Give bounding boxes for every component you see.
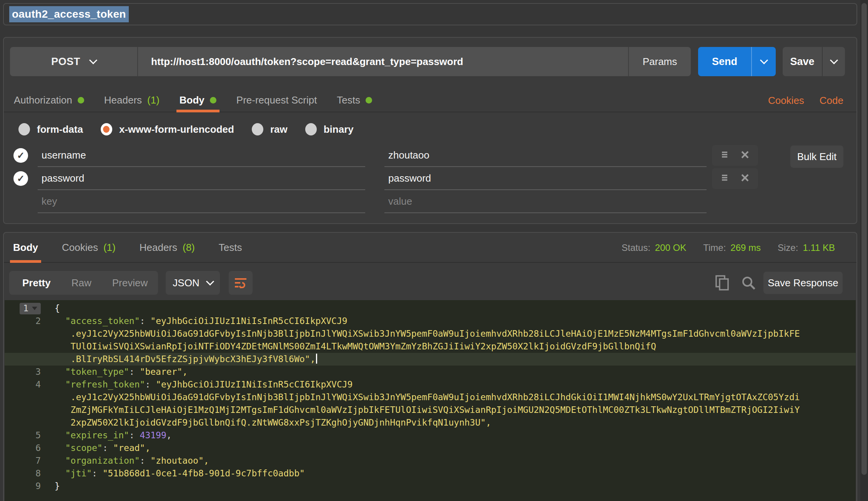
code-link[interactable]: Code (820, 95, 843, 107)
response-body-code[interactable]: 1{2 "access_token": "eyJhbGciOiJIUzI1NiI… (5, 300, 856, 501)
response-tab-headers[interactable]: Headers(8) (140, 233, 195, 262)
body-mode-raw[interactable]: raw (252, 123, 288, 135)
code-line-text: "organization": "zhoutaoo", (55, 454, 209, 467)
view-tab-pretty[interactable]: Pretty (22, 277, 51, 289)
meta-value: 1.11 KB (803, 242, 835, 253)
kv-key-input[interactable]: password (38, 167, 365, 190)
body-mode-label: binary (324, 124, 354, 135)
kv-check-cell: ✓ (4, 148, 38, 163)
body-mode-form-data[interactable]: form-data (18, 123, 83, 135)
code-line: 4 "refresh_token": "eyJhbGciOiJIUzI1NiIs… (5, 378, 856, 391)
line-number (5, 391, 55, 404)
code-line: .eyJ1c2VyX25hbWUiOiJ6aG91dGFvbyIsInNjb3B… (5, 327, 856, 340)
code-line-text: ZmZjMGFkYmIiLCJleHAiOjE1MzQ1MjI2MTgsImF1… (55, 404, 800, 416)
tab-label: Authorization (14, 94, 72, 106)
send-button[interactable]: Send (698, 47, 776, 76)
search-icon[interactable] (740, 275, 757, 291)
fold-marker[interactable]: 1 (20, 303, 41, 314)
tab-count-badge: (1) (103, 242, 116, 254)
wrap-text-button[interactable] (229, 271, 253, 295)
delete-row-icon[interactable] (740, 173, 750, 184)
tab-authorization[interactable]: Authorization (14, 89, 84, 112)
wrap-text-icon (234, 276, 248, 290)
code-line-text: "scope": "read", (55, 442, 150, 454)
copy-icon[interactable] (715, 275, 730, 291)
tab-pre-request-script[interactable]: Pre-request Script (236, 89, 317, 112)
drag-handle-icon[interactable] (720, 150, 731, 161)
response-tab-tests[interactable]: Tests (219, 233, 242, 262)
cookies-link[interactable]: Cookies (768, 95, 804, 107)
body-mode-binary[interactable]: binary (305, 123, 354, 135)
kv-key-input[interactable]: key (38, 190, 365, 213)
code-line-text: "jti": "51b868d1-0ce1-4fb8-901d-9c7bffc0… (55, 467, 305, 480)
url-value: http://host1:8000/oauth/token?scope=read… (151, 56, 463, 68)
method-dropdown[interactable]: POST (10, 47, 138, 76)
request-corner-links: Cookies Code (768, 89, 843, 112)
tab-label: Pre-request Script (236, 94, 317, 106)
line-number (5, 327, 55, 340)
chevron-down-icon (89, 56, 97, 64)
green-dot-icon (210, 97, 216, 104)
radio-icon (252, 123, 263, 135)
green-dot-icon (366, 97, 372, 104)
request-tab-title[interactable]: oauth2_access_token (9, 6, 129, 22)
line-number: 6 (5, 442, 55, 454)
tab-label: Body (180, 94, 205, 106)
checkbox-checked-icon[interactable]: ✓ (13, 148, 28, 163)
tab-count-badge: (1) (147, 94, 160, 106)
line-number: 5 (5, 429, 55, 442)
code-line-text: .eyJ1c2VyX25hbWUiOiJ6aG91dGFvbyIsInNjb3B… (55, 327, 800, 340)
params-button[interactable]: Params (628, 47, 691, 76)
meta-time: Time:269 ms (703, 242, 761, 253)
line-number: 2 (5, 315, 55, 327)
meta-size: Size:1.11 KB (778, 242, 835, 253)
meta-label: Time: (703, 242, 726, 253)
code-line: 8 "jti": "51b868d1-0ce1-4fb8-901d-9c7bff… (5, 467, 856, 480)
body-mode-radios: form-datax-www-form-urlencodedrawbinary (18, 119, 354, 140)
green-dot-icon (78, 97, 84, 104)
chevron-down-icon (760, 56, 768, 64)
code-line: 7 "organization": "zhoutaoo", (5, 454, 856, 467)
body-mode-label: raw (270, 124, 288, 135)
tab-label: Headers (104, 94, 142, 106)
scrollbar-thumb[interactable] (861, 3, 867, 475)
code-line-text: 2xpZW50X2lkIjoidGVzdF9jbGllbnQifQ.zNtWWG… (55, 416, 491, 429)
radio-icon (101, 123, 112, 135)
kv-value-input[interactable]: password (384, 167, 707, 190)
view-tab-preview[interactable]: Preview (112, 277, 148, 289)
response-meta: Status:200 OKTime:269 msSize:1.11 KB (622, 233, 835, 263)
response-tool-icons (715, 271, 757, 295)
kv-value-input[interactable]: value (384, 190, 707, 213)
tab-count-badge: (8) (183, 242, 195, 254)
checkbox-checked-icon[interactable]: ✓ (13, 171, 28, 186)
request-url-bar: POST http://host1:8000/oauth/token?scope… (10, 47, 691, 76)
urlencoded-kv-editor: ✓usernamezhoutaoo✓passwordpasswordkeyval… (4, 144, 856, 213)
save-options-button[interactable] (823, 47, 845, 76)
send-options-button[interactable] (752, 47, 776, 76)
postman-app: oauth2_access_token POST http://host1:80… (0, 0, 868, 501)
bulk-edit-button[interactable]: Bulk Edit (790, 145, 843, 168)
meta-value: 269 ms (730, 242, 761, 253)
view-tab-raw[interactable]: Raw (72, 277, 91, 289)
tab-body[interactable]: Body (180, 89, 216, 112)
kv-key-input[interactable]: username (38, 144, 365, 167)
tab-tests[interactable]: Tests (337, 89, 372, 112)
drag-handle-icon[interactable] (720, 173, 731, 184)
url-input[interactable]: http://host1:8000/oauth/token?scope=read… (138, 47, 628, 76)
response-tab-cookies[interactable]: Cookies(1) (62, 233, 116, 262)
tab-headers[interactable]: Headers(1) (104, 89, 160, 112)
response-tab-body[interactable]: Body (13, 233, 38, 262)
save-button[interactable]: Save (783, 47, 845, 76)
kv-value-input[interactable]: zhoutaoo (384, 144, 707, 167)
body-mode-x-www-form-urlencoded[interactable]: x-www-form-urlencoded (101, 123, 234, 135)
save-response-button[interactable]: Save Response (763, 272, 843, 294)
format-dropdown[interactable]: JSON (166, 271, 220, 295)
chevron-down-icon (206, 277, 214, 286)
tab-label: Headers (140, 242, 177, 254)
line-number (5, 416, 55, 429)
send-label[interactable]: Send (698, 47, 752, 76)
code-line-text: .BlIryRbSL414rDv5EfzZSjpjvWybcX3hEJy3fV8… (55, 353, 317, 366)
save-label[interactable]: Save (783, 47, 823, 76)
tab-label: Body (13, 242, 38, 254)
delete-row-icon[interactable] (740, 150, 750, 161)
